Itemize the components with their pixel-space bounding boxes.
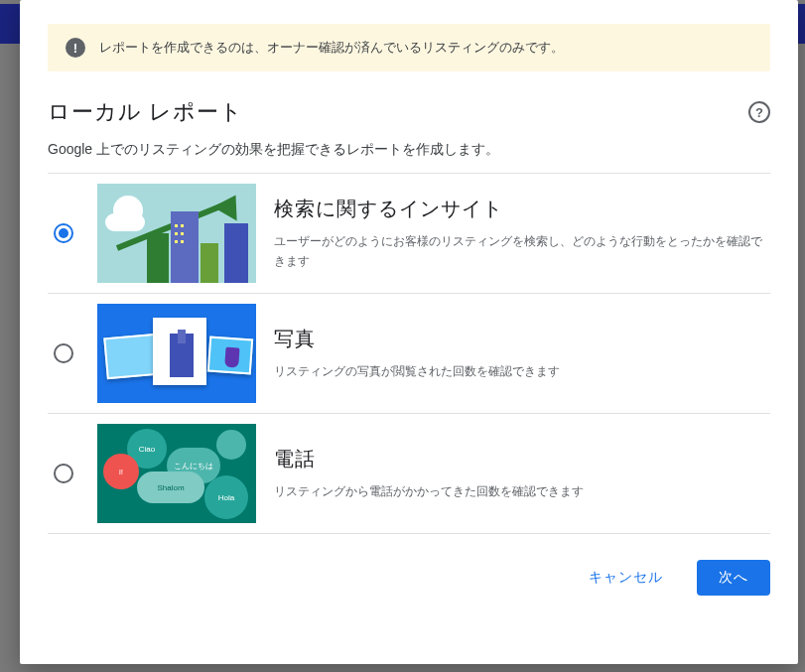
help-icon[interactable]: ? <box>748 101 770 123</box>
thumb-photos <box>97 304 256 403</box>
radio-phone[interactable] <box>54 464 73 483</box>
owner-verify-alert: ! レポートを作成できるのは、オーナー確認が済んでいるリスティングのみです。 <box>48 24 770 71</box>
report-options: 検索に関するインサイト ユーザーがどのようにお客様のリスティングを検索し、どのよ… <box>48 173 770 534</box>
thumb-search-insights <box>97 184 256 283</box>
alert-icon: ! <box>66 38 85 58</box>
cancel-button[interactable]: キャンセル <box>567 560 685 596</box>
option-desc: リスティングの写真が閲覧された回数を確認できます <box>274 362 770 381</box>
next-button[interactable]: 次へ <box>697 560 770 596</box>
option-photos[interactable]: 写真 リスティングの写真が閲覧された回数を確認できます <box>48 294 770 414</box>
option-title: 写真 <box>274 326 770 352</box>
dialog-footer: キャンセル 次へ <box>48 560 770 596</box>
option-phone[interactable]: Ciao こんにちは i! Shalom Hola 電話 リスティングから電話が… <box>48 414 770 534</box>
option-title: 電話 <box>274 446 770 472</box>
option-title: 検索に関するインサイト <box>274 196 770 222</box>
local-report-dialog: ! レポートを作成できるのは、オーナー確認が済んでいるリスティングのみです。 ロ… <box>20 0 798 664</box>
page-subtitle: Google 上でのリスティングの効果を把握できるレポートを作成します。 <box>48 141 770 159</box>
dialog-header: ローカル レポート ? <box>48 97 770 127</box>
option-text: 検索に関するインサイト ユーザーがどのようにお客様のリスティングを検索し、どのよ… <box>274 196 770 270</box>
option-search-insights[interactable]: 検索に関するインサイト ユーザーがどのようにお客様のリスティングを検索し、どのよ… <box>48 174 770 294</box>
option-desc: リスティングから電話がかかってきた回数を確認できます <box>274 482 770 501</box>
alert-text: レポートを作成できるのは、オーナー確認が済んでいるリスティングのみです。 <box>99 39 564 57</box>
option-text: 電話 リスティングから電話がかかってきた回数を確認できます <box>274 446 770 501</box>
radio-photos[interactable] <box>54 343 73 363</box>
radio-search-insights[interactable] <box>54 223 73 243</box>
option-desc: ユーザーがどのようにお客様のリスティングを検索し、どのような行動をとったかを確認… <box>274 232 770 270</box>
thumb-phone: Ciao こんにちは i! Shalom Hola <box>97 424 256 523</box>
option-text: 写真 リスティングの写真が閲覧された回数を確認できます <box>274 326 770 381</box>
page-title: ローカル レポート <box>48 97 243 127</box>
